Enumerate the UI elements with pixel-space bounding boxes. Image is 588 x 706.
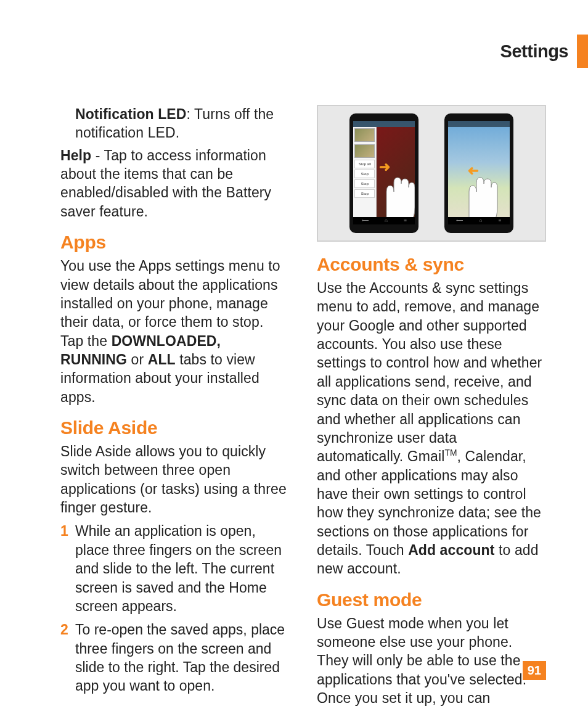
phone-illustration-slide-left: Stop all Stop Stop Stop ➜ ⟵⌂≡	[349, 113, 419, 233]
accounts-sync-body: Use the Accounts & sync settings menu to…	[317, 279, 546, 578]
stop-all-button: Stop all	[354, 160, 375, 168]
slide-aside-heading: Slide Aside	[60, 417, 290, 438]
notification-led-label: Notification LED	[75, 106, 186, 122]
apps-mid: or	[127, 351, 148, 367]
accounts-sync-heading: Accounts & sync	[317, 254, 546, 275]
hand-gesture-icon	[374, 164, 415, 224]
help-item: Help - Tap to access information about t…	[60, 146, 290, 221]
slide-aside-figure: Stop all Stop Stop Stop ➜ ⟵⌂≡	[317, 105, 546, 242]
help-label: Help	[60, 147, 91, 163]
trademark-symbol: TM	[444, 449, 457, 458]
stop-button: Stop	[354, 179, 375, 188]
notification-led-item: Notification LED: Turns off the notifica…	[75, 105, 290, 142]
guest-mode-heading: Guest mode	[317, 589, 546, 610]
step-number-1: 1	[60, 522, 68, 540]
left-column: Notification LED: Turns off the notifica…	[60, 105, 290, 706]
right-column: Stop all Stop Stop Stop ➜ ⟵⌂≡	[317, 105, 546, 706]
step-1-text: While an application is open, place thre…	[75, 523, 282, 614]
add-account-bold: Add account	[408, 542, 494, 558]
header-title: Settings	[500, 41, 568, 62]
slide-aside-body: Slide Aside allows you to quickly switch…	[60, 442, 290, 517]
step-number-2: 2	[60, 620, 68, 639]
stop-button: Stop	[354, 170, 375, 178]
help-desc: - Tap to access information about the it…	[60, 147, 271, 220]
step-2: 2To re-open the saved apps, place three …	[60, 620, 290, 695]
accounts-body-pre: Use the Accounts & sync settings menu to…	[317, 280, 542, 464]
step-2-text: To re-open the saved apps, place three f…	[75, 622, 285, 694]
apps-heading: Apps	[60, 232, 290, 253]
hand-gesture-icon	[457, 164, 500, 224]
apps-bold-all: ALL	[148, 351, 176, 367]
apps-body: You use the Apps settings menu to view d…	[60, 257, 290, 406]
header-accent-bar	[577, 35, 588, 68]
stop-button: Stop	[354, 189, 375, 198]
slide-aside-steps: 1While an application is open, place thr…	[60, 522, 290, 695]
phone-illustration-slide-right: ➜ ⟵⌂≡	[444, 113, 513, 233]
page-content: Notification LED: Turns off the notifica…	[60, 105, 546, 706]
guest-mode-body: Use Guest mode when you let someone else…	[317, 614, 546, 706]
page-header: Settings	[500, 35, 588, 68]
page-number: 91	[523, 661, 546, 680]
step-1: 1While an application is open, place thr…	[60, 522, 290, 615]
